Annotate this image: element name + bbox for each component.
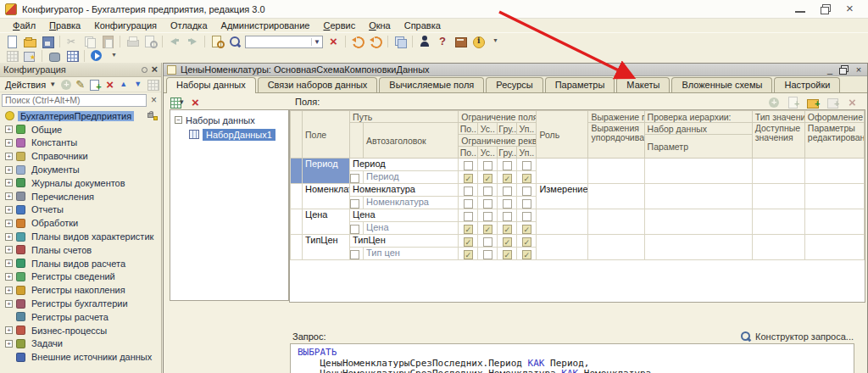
actions-menu-button[interactable]: Действия (3, 80, 48, 90)
tree-item-бухгалтерияпредприятия[interactable]: БухгалтерияПредприятия (0, 109, 161, 123)
field-auto-header-cell[interactable]: Период (364, 171, 459, 184)
checkbox-cell[interactable] (517, 171, 537, 184)
document-titlebar[interactable]: ЦеныНоменклатуры: ОсновнаяСхемаКомпоновк… (164, 64, 867, 76)
checked-checkbox[interactable] (464, 250, 473, 259)
expand-icon[interactable]: + (5, 246, 13, 253)
tree-item-общие[interactable]: +Общие (0, 123, 161, 136)
expand-icon[interactable]: + (5, 153, 13, 160)
start-debug-button[interactable] (88, 48, 105, 64)
unchecked-checkbox[interactable] (503, 199, 512, 209)
menu-окна[interactable]: Окна (363, 19, 397, 31)
col-value-type2[interactable]: Доступные значения (752, 123, 804, 159)
search-input[interactable] (2, 94, 147, 107)
field-name-cell[interactable]: Цена (303, 209, 350, 235)
unchecked-checkbox[interactable] (464, 186, 473, 196)
toolbar-combobox[interactable]: ▼ (245, 36, 323, 48)
redo-button[interactable] (184, 34, 201, 49)
preview-button[interactable] (142, 34, 159, 49)
unchecked-checkbox[interactable] (350, 225, 359, 234)
field-hierarchy-cell[interactable] (644, 184, 752, 209)
col-value-type[interactable]: Тип значения (752, 111, 804, 123)
col-restr-order[interactable]: Уп.. (517, 123, 537, 135)
datasets-root-item[interactable]: − Наборы данных (170, 113, 288, 127)
expand-icon[interactable]: + (5, 233, 13, 241)
tree-item-планы-видов-характеристик[interactable]: +Планы видов характеристик (0, 230, 161, 243)
pin-icon[interactable] (142, 67, 147, 73)
checkbox-cell[interactable] (498, 248, 517, 260)
checkbox-cell[interactable] (478, 171, 498, 184)
checked-checkbox[interactable] (522, 225, 531, 234)
col-restriction-attr[interactable]: Ограничение реквиз.. (459, 135, 537, 147)
col-restriction[interactable]: Ограничение поля (459, 111, 537, 123)
expand-icon[interactable]: + (5, 326, 13, 334)
menu-отладка[interactable]: Отладка (164, 19, 213, 31)
overflow-caret-button[interactable] (487, 34, 504, 49)
tree-item-регистры-сведений[interactable]: +Регистры сведений (0, 270, 161, 284)
tree-item-регистры-расчета[interactable]: Регистры расчета (0, 310, 161, 324)
checkbox-cell[interactable] (498, 197, 517, 209)
checkbox-cell[interactable] (459, 209, 478, 222)
field-path-cell[interactable]: ТипЦен (350, 235, 459, 248)
unchecked-checkbox[interactable] (503, 186, 512, 196)
field-value-type-cell[interactable] (752, 235, 804, 260)
tree-item-планы-счетов[interactable]: +Планы счетов (0, 243, 161, 257)
expand-icon[interactable]: + (5, 166, 13, 174)
query-constructor-button[interactable]: Конструктор запроса... (739, 330, 854, 343)
checkbox-cell[interactable] (478, 209, 498, 222)
tree-item-задачи[interactable]: +Задачи (0, 337, 161, 351)
col-appearance2[interactable]: Параметры редактирован (804, 123, 864, 159)
expand-icon[interactable]: + (5, 206, 13, 214)
col-restr-attr-field[interactable]: По.. (459, 147, 478, 159)
col-expression[interactable]: Выражение п.. (588, 111, 644, 123)
checkbox-cell[interactable] (517, 197, 537, 209)
auto-header-checkbox-cell[interactable] (350, 197, 364, 209)
database-button[interactable] (46, 48, 63, 64)
checkbox-cell[interactable] (498, 209, 517, 222)
tab-ресурсы[interactable]: Ресурсы (486, 77, 542, 92)
field-expression-cell[interactable] (588, 209, 644, 235)
open-button[interactable] (21, 34, 38, 49)
unchecked-checkbox[interactable] (522, 161, 531, 170)
field-role-cell[interactable] (537, 159, 588, 184)
checkbox-cell[interactable] (478, 235, 498, 248)
undo-button[interactable] (166, 34, 183, 49)
unchecked-checkbox[interactable] (483, 161, 492, 170)
menu-сервис[interactable]: Сервис (317, 19, 361, 31)
menu-правка[interactable]: Правка (43, 19, 86, 31)
checkbox-cell[interactable] (498, 235, 517, 248)
edit-pencil-button[interactable] (74, 77, 87, 92)
checked-checkbox[interactable] (522, 237, 531, 247)
unchecked-checkbox[interactable] (464, 161, 473, 170)
checkbox-cell[interactable] (498, 171, 517, 184)
tab-макеты[interactable]: Макеты (616, 77, 670, 92)
checked-checkbox[interactable] (503, 174, 512, 183)
row-drag-handle[interactable] (291, 159, 303, 184)
field-appearance-cell[interactable] (804, 159, 864, 184)
checkbox-cell[interactable] (498, 222, 517, 235)
paste-button[interactable] (99, 34, 116, 49)
checked-checkbox[interactable] (503, 250, 512, 259)
menu-файл[interactable]: Файл (7, 19, 42, 31)
col-restr-condition[interactable]: Ус.. (478, 123, 498, 135)
close-button[interactable]: × (846, 4, 856, 14)
col-auto-header[interactable]: Автозаголовок (364, 123, 459, 159)
field-auto-header-cell[interactable]: Цена (364, 222, 459, 235)
auto-header-checkbox-cell[interactable] (350, 222, 364, 235)
field-name-cell[interactable]: ТипЦен (303, 235, 350, 260)
tab-связи-наборов-данных[interactable]: Связи наборов данных (258, 77, 378, 92)
new-button[interactable] (3, 34, 20, 49)
panel-close-icon[interactable]: × (151, 64, 158, 75)
tree-item-обработки[interactable]: +Обработки (0, 216, 161, 230)
checkbox-cell[interactable] (478, 197, 498, 209)
expand-icon[interactable]: + (5, 300, 13, 308)
checked-checkbox[interactable] (503, 237, 512, 247)
add-folder-button[interactable] (804, 95, 821, 110)
dataset-item[interactable]: НаборДанных1 (170, 127, 288, 142)
help-button[interactable] (434, 34, 451, 49)
checkbox-cell[interactable] (498, 159, 517, 171)
overflow-caret-button[interactable] (106, 48, 123, 64)
checkbox-cell[interactable] (478, 222, 498, 235)
field-role-cell[interactable]: Измерение (537, 184, 588, 209)
field-role-cell[interactable] (537, 235, 588, 260)
tree-item-планы-видов-расчета[interactable]: +Планы видов расчета (0, 257, 161, 270)
